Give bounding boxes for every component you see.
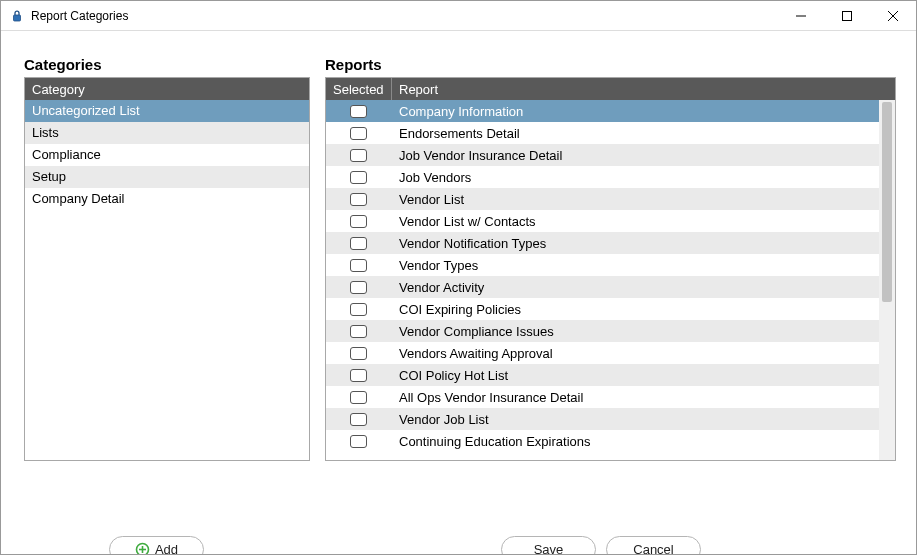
report-name: All Ops Vendor Insurance Detail [391,390,879,405]
report-name: Vendor List w/ Contacts [391,214,879,229]
report-checkbox[interactable] [350,215,367,228]
category-header-col[interactable]: Category [25,78,309,100]
report-checkbox[interactable] [350,281,367,294]
report-name: Job Vendor Insurance Detail [391,148,879,163]
add-button-label: Add [155,542,178,555]
report-checkbox[interactable] [350,105,367,118]
reports-panel: Reports Selected Report Company Informat… [325,56,896,461]
category-row[interactable]: Setup [25,166,309,188]
report-checkbox[interactable] [350,325,367,338]
report-checkbox[interactable] [350,193,367,206]
reports-body: Company InformationEndorsements DetailJo… [326,100,879,460]
report-checkbox[interactable] [350,237,367,250]
reports-header: Selected Report [326,78,895,100]
report-row[interactable]: Job Vendor Insurance Detail [326,144,879,166]
report-row[interactable]: Vendor List w/ Contacts [326,210,879,232]
report-name: Endorsements Detail [391,126,879,141]
report-selected-cell [326,171,391,184]
report-name: Continuing Education Expirations [391,434,879,449]
category-name: Uncategorized List [32,103,140,118]
cancel-button-label: Cancel [633,542,673,555]
report-name: Vendor Notification Types [391,236,879,251]
close-button[interactable] [870,1,916,30]
report-name: Job Vendors [391,170,879,185]
report-row[interactable]: Vendor Types [326,254,879,276]
report-row[interactable]: Company Information [326,100,879,122]
cancel-button[interactable]: Cancel [606,536,701,555]
category-row[interactable]: Compliance [25,144,309,166]
report-checkbox[interactable] [350,303,367,316]
report-selected-cell [326,413,391,426]
report-checkbox[interactable] [350,259,367,272]
report-row[interactable]: Endorsements Detail [326,122,879,144]
report-checkbox[interactable] [350,347,367,360]
report-checkbox[interactable] [350,435,367,448]
report-selected-cell [326,127,391,140]
category-row[interactable]: Lists [25,122,309,144]
report-row[interactable]: COI Expiring Policies [326,298,879,320]
categories-grid: Category Uncategorized ListListsComplian… [24,77,310,461]
report-selected-cell [326,149,391,162]
svg-rect-2 [843,11,852,20]
report-name: Vendor Activity [391,280,879,295]
report-selected-cell [326,259,391,272]
report-name: Vendor Job List [391,412,879,427]
lock-icon [9,8,25,24]
report-name: COI Policy Hot List [391,368,879,383]
save-button[interactable]: Save [501,536,596,555]
report-selected-cell [326,435,391,448]
window-controls [778,1,916,30]
report-selected-cell [326,303,391,316]
report-selected-cell [326,215,391,228]
report-checkbox[interactable] [350,413,367,426]
category-row[interactable]: Uncategorized List [25,100,309,122]
report-name: Vendor Compliance Issues [391,324,879,339]
report-name: Vendors Awaiting Approval [391,346,879,361]
category-name: Setup [32,169,66,184]
categories-panel: Categories Category Uncategorized ListLi… [24,56,310,461]
report-row[interactable]: Vendor List [326,188,879,210]
report-row[interactable]: Vendors Awaiting Approval [326,342,879,364]
add-button[interactable]: Add [109,536,204,555]
report-row[interactable]: Continuing Education Expirations [326,430,879,452]
report-row[interactable]: Job Vendors [326,166,879,188]
report-row[interactable]: COI Policy Hot List [326,364,879,386]
report-selected-cell [326,237,391,250]
titlebar: Report Categories [1,1,916,31]
reports-label: Reports [325,56,896,73]
scrollbar-thumb[interactable] [882,102,892,302]
report-checkbox[interactable] [350,127,367,140]
report-selected-cell [326,193,391,206]
report-checkbox[interactable] [350,171,367,184]
report-row[interactable]: Vendor Notification Types [326,232,879,254]
report-selected-cell [326,369,391,382]
category-name: Lists [32,125,59,140]
report-checkbox[interactable] [350,149,367,162]
report-row[interactable]: Vendor Compliance Issues [326,320,879,342]
minimize-button[interactable] [778,1,824,30]
categories-body: Uncategorized ListListsComplianceSetupCo… [25,100,309,460]
report-row[interactable]: Vendor Job List [326,408,879,430]
save-button-label: Save [534,542,564,555]
selected-header-col[interactable]: Selected [326,78,391,100]
report-selected-cell [326,105,391,118]
report-selected-cell [326,391,391,404]
svg-rect-0 [14,15,21,21]
maximize-button[interactable] [824,1,870,30]
report-checkbox[interactable] [350,391,367,404]
window-title: Report Categories [31,9,128,23]
report-selected-cell [326,281,391,294]
reports-scrollbar[interactable] [879,100,895,460]
report-name: Vendor List [391,192,879,207]
category-row[interactable]: Company Detail [25,188,309,210]
report-selected-cell [326,325,391,338]
report-checkbox[interactable] [350,369,367,382]
reports-grid: Selected Report Company InformationEndor… [325,77,896,461]
report-header-col[interactable]: Report [391,78,895,100]
report-row[interactable]: Vendor Activity [326,276,879,298]
plus-circle-icon [135,542,150,555]
categories-label: Categories [24,56,310,73]
report-selected-cell [326,347,391,360]
report-name: Vendor Types [391,258,879,273]
report-row[interactable]: All Ops Vendor Insurance Detail [326,386,879,408]
